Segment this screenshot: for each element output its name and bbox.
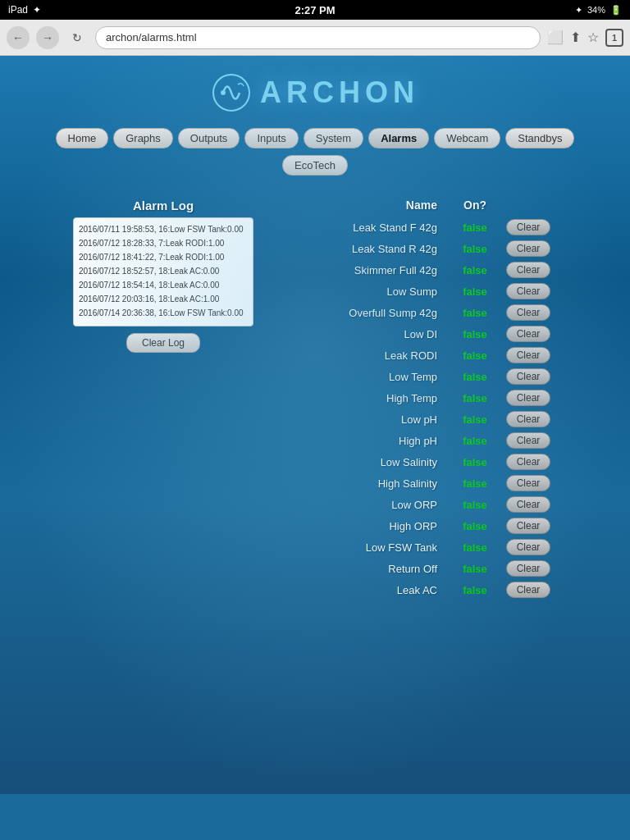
ipad-label: iPad: [8, 4, 28, 16]
alarm-row-17: Leak AC false Clear: [278, 579, 557, 600]
battery-percent: 34%: [587, 5, 605, 15]
alarm-clear-8[interactable]: Clear: [506, 390, 550, 406]
alarm-clear-13[interactable]: Clear: [506, 496, 550, 513]
alarm-status-10: false: [450, 435, 500, 447]
address-bar[interactable]: [95, 26, 541, 49]
alarm-name-16: Return Off: [278, 563, 450, 575]
alarm-name-14: High ORP: [278, 520, 450, 532]
main-content: Alarm Log 2016/07/11 19:58:53, 16:Low FS…: [0, 182, 630, 617]
alarm-clear-16[interactable]: Clear: [506, 560, 550, 577]
alarm-clear-2[interactable]: Clear: [506, 262, 550, 278]
alarm-row-10: High pH false Clear: [278, 430, 557, 451]
alarm-row-15: Low FSW Tank false Clear: [278, 536, 557, 558]
alarm-row-12: High Salinity false Clear: [278, 472, 557, 494]
nav-home[interactable]: Home: [56, 128, 109, 148]
alarm-row-14: High ORP false Clear: [278, 515, 557, 536]
nav-graphs[interactable]: Graphs: [113, 128, 173, 148]
nav-webcam[interactable]: Webcam: [434, 128, 500, 148]
alarm-status-14: false: [450, 520, 500, 532]
alarm-status-3: false: [450, 285, 500, 298]
alarm-status-7: false: [450, 371, 500, 383]
header-on: On?: [450, 199, 500, 212]
nav-ecotech[interactable]: EcoTech: [282, 155, 348, 176]
bookmark-icon[interactable]: ☆: [587, 30, 599, 45]
log-entry-4: 2016/07/12 18:54:14, 18:Leak AC:0.00: [79, 279, 248, 291]
alarm-name-7: Low Temp: [278, 371, 450, 383]
browser-bar: ← → ↻ ⬜ ⬆ ☆ 1: [0, 20, 630, 56]
nav-outputs[interactable]: Outputs: [178, 128, 240, 148]
alarm-status-8: false: [450, 392, 500, 404]
logo-icon: [211, 72, 252, 113]
alarm-status-11: false: [450, 456, 500, 468]
alarm-status-5: false: [450, 328, 500, 340]
bluetooth-icon: ✦: [575, 5, 582, 16]
tab-count[interactable]: 1: [605, 29, 623, 47]
alarm-row-11: Low Salinity false Clear: [278, 451, 557, 472]
alarm-clear-14[interactable]: Clear: [506, 518, 550, 534]
clear-log-button[interactable]: Clear Log: [126, 333, 200, 353]
alarm-clear-10[interactable]: Clear: [506, 432, 550, 449]
alarm-log-section: Alarm Log 2016/07/11 19:58:53, 16:Low FS…: [73, 199, 253, 353]
forward-button[interactable]: →: [36, 26, 59, 49]
alarm-status-9: false: [450, 413, 500, 426]
share-icon[interactable]: ⬜: [547, 30, 564, 45]
alarm-clear-5[interactable]: Clear: [506, 326, 550, 342]
status-bar: iPad ✦ 2:27 PM ✦ 34% 🔋: [0, 0, 630, 20]
wifi-icon: ✦: [33, 4, 41, 16]
log-entry-1: 2016/07/12 18:28:33, 7:Leak RODI:1.00: [79, 237, 248, 249]
alarm-status-16: false: [450, 563, 500, 575]
alarm-row-0: Leak Stand F 42g false Clear: [278, 217, 557, 238]
logo-area: ARCHON: [0, 56, 630, 121]
alarm-name-9: Low pH: [278, 413, 450, 426]
alarm-clear-7[interactable]: Clear: [506, 368, 550, 385]
alarms-table-section: Name On? Leak Stand F 42g false Clear Le…: [278, 199, 557, 600]
back-button[interactable]: ←: [7, 26, 30, 49]
alarm-clear-3[interactable]: Clear: [506, 283, 550, 299]
alarm-clear-11[interactable]: Clear: [506, 454, 550, 470]
alarm-clear-15[interactable]: Clear: [506, 539, 550, 555]
alarm-name-5: Low DI: [278, 328, 450, 340]
nav-standbys[interactable]: Standbys: [505, 128, 574, 148]
alarm-clear-17[interactable]: Clear: [506, 582, 550, 598]
log-entry-2: 2016/07/12 18:41:22, 7:Leak RODI:1.00: [79, 251, 248, 263]
nav-inputs[interactable]: Inputs: [244, 128, 298, 148]
header-name: Name: [278, 199, 450, 212]
alarm-clear-6[interactable]: Clear: [506, 347, 550, 363]
log-entry-5: 2016/07/12 20:03:16, 18:Leak AC:1.00: [79, 293, 248, 305]
upload-icon[interactable]: ⬆: [570, 30, 581, 45]
alarm-log-box: 2016/07/11 19:58:53, 16:Low FSW Tank:0.0…: [73, 217, 253, 326]
alarm-clear-1[interactable]: Clear: [506, 240, 550, 257]
nav-system[interactable]: System: [304, 128, 363, 148]
alarm-clear-9[interactable]: Clear: [506, 411, 550, 427]
alarm-clear-0[interactable]: Clear: [506, 219, 550, 235]
alarm-status-0: false: [450, 221, 500, 234]
refresh-button[interactable]: ↻: [66, 26, 89, 49]
alarm-row-13: Low ORP false Clear: [278, 494, 557, 515]
log-entry-3: 2016/07/12 18:52:57, 18:Leak AC:0.00: [79, 265, 248, 277]
alarm-row-2: Skimmer Full 42g false Clear: [278, 259, 557, 281]
nav-bar: Home Graphs Outputs Inputs System Alarms…: [0, 121, 630, 155]
alarm-name-11: Low Salinity: [278, 456, 450, 468]
alarm-name-12: High Salinity: [278, 477, 450, 490]
alarm-name-13: Low ORP: [278, 499, 450, 511]
status-time: 2:27 PM: [294, 4, 335, 16]
alarm-status-2: false: [450, 264, 500, 276]
log-entry-6: 2016/07/14 20:36:38, 16:Low FSW Tank:0.0…: [79, 307, 248, 319]
header-action: [500, 199, 557, 212]
nav-alarms[interactable]: Alarms: [368, 128, 429, 148]
log-entry-0: 2016/07/11 19:58:53, 16:Low FSW Tank:0.0…: [79, 223, 248, 235]
alarm-row-4: Overfull Sump 42g false Clear: [278, 302, 557, 323]
alarm-clear-4[interactable]: Clear: [506, 304, 550, 321]
alarm-name-0: Leak Stand F 42g: [278, 221, 450, 234]
svg-point-1: [221, 90, 226, 95]
alarm-row-5: Low DI false Clear: [278, 323, 557, 345]
alarm-status-15: false: [450, 541, 500, 554]
alarms-table-header: Name On?: [278, 199, 557, 217]
logo-text: ARCHON: [260, 75, 419, 110]
alarm-clear-12[interactable]: Clear: [506, 475, 550, 491]
alarm-row-6: Leak RODI false Clear: [278, 345, 557, 366]
alarm-status-12: false: [450, 477, 500, 490]
alarm-name-1: Leak Stand R 42g: [278, 243, 450, 255]
alarm-status-1: false: [450, 243, 500, 255]
alarm-name-10: High pH: [278, 435, 450, 447]
